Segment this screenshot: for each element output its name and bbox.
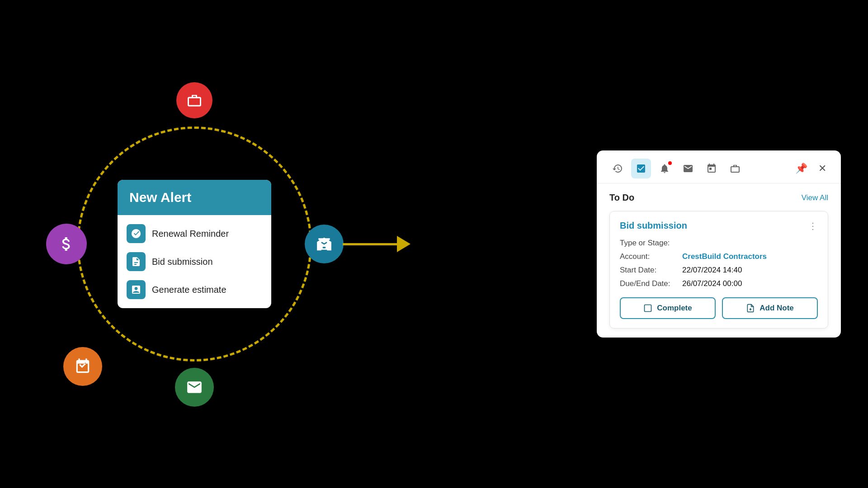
task-card-header: Bid submission ⋮ (620, 221, 818, 231)
complete-button[interactable]: Complete (620, 297, 716, 319)
panel-toolbar: 📌 ✕ (597, 150, 841, 183)
orbit-container: New Alert Renewal Reminder (54, 86, 335, 402)
task-start-date-row: Start Date: 22/07/2024 14:40 (620, 266, 818, 275)
complete-btn-icon (643, 304, 652, 313)
alert-box: New Alert Renewal Reminder (118, 180, 271, 308)
toolbar-tasks-icon[interactable] (631, 159, 651, 178)
toolbar-alerts-icon[interactable] (655, 159, 675, 178)
task-account-row: Account: CrestBuild Contractors (620, 252, 818, 261)
view-all-link[interactable]: View All (802, 193, 828, 202)
task-title: Bid submission (620, 221, 687, 231)
task-menu-icon[interactable]: ⋮ (808, 221, 818, 231)
section-title: To Do (609, 192, 634, 203)
alert-item-estimate[interactable]: Generate estimate (127, 278, 262, 301)
orbit-node-bottom[interactable] (175, 368, 214, 407)
toolbar-history-icon[interactable] (608, 159, 627, 178)
complete-btn-label: Complete (657, 304, 692, 313)
alert-item-renewal[interactable]: Renewal Reminder (127, 222, 262, 245)
panel-content: To Do View All Bid submission ⋮ Type or … (597, 183, 841, 338)
task-due-date-value: 26/07/2024 00:00 (682, 279, 742, 288)
alert-body: Renewal Reminder Bid submission (118, 215, 271, 308)
task-due-date-row: Due/End Date: 26/07/2024 00:00 (620, 279, 818, 288)
svg-rect-0 (645, 305, 651, 312)
add-note-button[interactable]: Add Note (722, 297, 818, 319)
connector-arrow (343, 236, 410, 252)
orbit-node-top[interactable] (176, 82, 212, 118)
toolbar-close-icon[interactable]: ✕ (815, 163, 830, 174)
task-start-date-value: 22/07/2024 14:40 (682, 266, 742, 275)
task-account-value[interactable]: CrestBuild Contractors (682, 252, 767, 261)
toolbar-pin-icon[interactable]: 📌 (792, 163, 811, 174)
task-account-label: Account: (620, 252, 679, 261)
alert-item-label-estimate: Generate estimate (152, 285, 226, 295)
diagram-area: New Alert Renewal Reminder (0, 0, 389, 488)
toolbar-briefcase-icon[interactable] (725, 159, 745, 178)
task-type-row: Type or Stage: (620, 239, 818, 248)
alert-item-bid[interactable]: Bid submission (127, 250, 262, 273)
add-note-btn-icon (746, 304, 755, 313)
toolbar-calendar-icon[interactable] (702, 159, 722, 178)
bid-icon (127, 252, 146, 271)
panel-area: 📌 ✕ To Do View All Bid submission ⋮ Type… (597, 150, 841, 338)
alert-item-label-bid: Bid submission (152, 257, 213, 267)
task-due-date-label: Due/End Date: (620, 279, 679, 288)
task-type-label: Type or Stage: (620, 239, 679, 248)
alerts-badge (667, 160, 673, 166)
alert-title: New Alert (129, 190, 259, 205)
task-actions: Complete Add Note (620, 297, 818, 319)
estimate-icon (127, 280, 146, 299)
add-note-btn-label: Add Note (760, 304, 794, 313)
toolbar-email-icon[interactable] (678, 159, 698, 178)
orbit-node-left[interactable] (46, 224, 87, 264)
todo-panel: 📌 ✕ To Do View All Bid submission ⋮ Type… (597, 150, 841, 338)
orbit-node-right[interactable] (305, 225, 344, 263)
section-header: To Do View All (609, 192, 828, 203)
alert-item-label-renewal: Renewal Reminder (152, 229, 229, 239)
task-card: Bid submission ⋮ Type or Stage: Account:… (609, 211, 828, 328)
task-start-date-label: Start Date: (620, 266, 679, 275)
alert-header: New Alert (118, 180, 271, 215)
orbit-node-bottom-left[interactable] (63, 347, 102, 386)
renewal-icon (127, 224, 146, 243)
